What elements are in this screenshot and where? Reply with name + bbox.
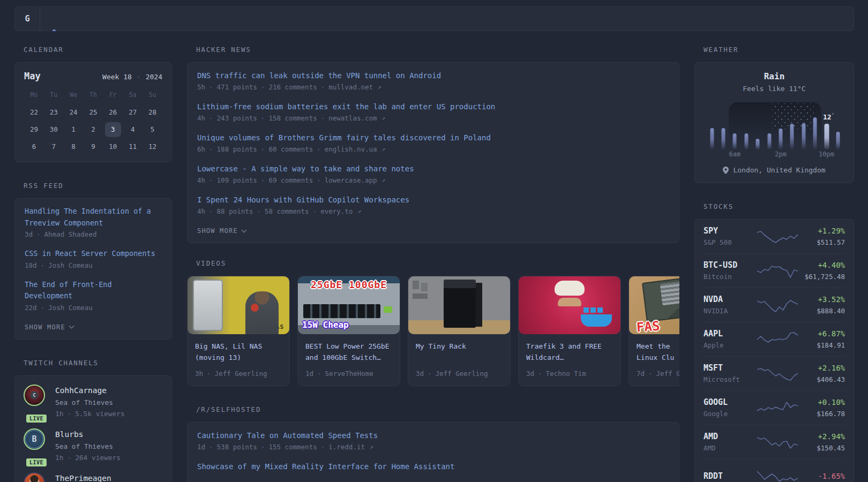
video-card[interactable]: My Tiny Rack 3d·Jeff Geerling <box>408 276 511 386</box>
dashboard-page: G CALENDAR May Week 18 · 2024 <box>14 6 854 482</box>
video-card-body: My Tiny Rack 3d·Jeff Geerling <box>408 334 510 386</box>
stock-values: +0.10% $166.78 <box>817 397 845 419</box>
weather-bar <box>744 133 748 149</box>
reddit-section-label: /R/SELFHOSTED <box>196 405 679 413</box>
stock-row[interactable]: MSFT Microsoft +2.16% $406.43 <box>704 357 845 391</box>
stock-price: $184.91 <box>817 341 845 350</box>
calendar-grid: MoTuWeThFrSaSu22232425262728293012345678… <box>24 89 162 155</box>
video-meta: 1d·ServeTheHome <box>305 368 392 379</box>
meta-domain[interactable]: mullvad.net <box>328 82 373 93</box>
hackernews-item-title[interactable]: Lithium-free sodium batteries exit the l… <box>197 101 669 112</box>
meta-age: 1d <box>197 442 205 453</box>
stock-row[interactable]: NVDA NVIDIA +3.52% $888.40 <box>704 288 845 322</box>
dot-separator: · <box>209 442 213 453</box>
stock-name: AMD <box>704 443 755 453</box>
calendar-year: 2024 <box>146 73 162 81</box>
dot-separator: · <box>36 229 41 240</box>
weather-bar <box>779 129 782 149</box>
meta-age: 3d <box>416 368 424 379</box>
stock-ticker: RDDT <box>704 471 755 481</box>
thumbnail-text-bottom: 15W Cheap <box>302 320 349 330</box>
meta-domain[interactable]: lowercase.app <box>325 175 377 186</box>
hackernews-item-meta: 5h·471 points·216 comments·mullvad.net↗ <box>197 82 669 93</box>
dot-separator: · <box>137 73 141 81</box>
stock-ticker: SPY <box>704 225 755 236</box>
stock-change: +1.29% <box>817 225 845 236</box>
stock-sparkline <box>757 332 798 348</box>
stock-info: MSFT Microsoft <box>704 363 755 385</box>
meta-domain[interactable]: newatlas.com <box>328 113 377 124</box>
thumbnail-corner-text: FAS <box>636 319 660 334</box>
weather-bar <box>767 133 771 149</box>
stock-row[interactable]: GOOGL Google +0.10% $166.78 <box>704 391 845 425</box>
stock-ticker: MSFT <box>704 363 755 373</box>
video-title: Meet the Linux Clu <box>637 341 679 363</box>
meta-age: 6h <box>197 144 205 155</box>
stock-price: $406.43 <box>817 375 845 385</box>
twitch-game-name: Sea of Thieves <box>55 397 125 408</box>
stock-price: $511.57 <box>817 238 845 247</box>
twitch-channel-row[interactable]: ThePrimeagen <box>24 472 163 482</box>
hackernews-item-meta: 6h·188 points·60 comments·english.nv.ua↗ <box>197 144 669 155</box>
dot-separator: · <box>67 453 71 463</box>
weather-condition: Rain <box>704 71 845 81</box>
rss-section: RSS FEED Handling The Indentation of a T… <box>14 182 172 340</box>
meta-domain[interactable]: every.to <box>320 206 353 217</box>
stock-row[interactable]: AMD AMD +2.94% $150.45 <box>704 425 845 460</box>
hackernews-item: DNS traffic can leak outside the VPN tun… <box>197 70 669 93</box>
stock-row[interactable]: BTC-USD Bitcoin +4.40% $61,725.48 <box>704 254 845 288</box>
rss-item-title[interactable]: Handling The Indentation of a Treeview C… <box>25 206 162 229</box>
weather-location: London, United Kingdom <box>733 166 825 174</box>
meta-age: 3d <box>25 229 33 240</box>
video-card[interactable]: 25GbE 100GbE 15W Cheap BEST Low Power 25… <box>297 276 400 386</box>
dot-separator: · <box>261 175 265 186</box>
stock-sparkline <box>757 469 798 482</box>
calendar-day: 11 <box>123 138 143 155</box>
twitch-card: LIVE CohhCarnage Sea of Thieves 1h·5.5k … <box>14 375 172 482</box>
weather-bar <box>836 132 840 149</box>
stock-price: $166.78 <box>817 409 845 419</box>
rss-item-title[interactable]: The End of Front-End Development <box>25 279 162 302</box>
rss-item-title[interactable]: CSS in React Server Components <box>25 248 162 260</box>
weather-feels-like: Feels like 11°C <box>704 85 845 93</box>
twitch-channel-row[interactable]: LIVE Blurbs Sea of Thieves 1h·264 viewer… <box>24 428 163 463</box>
external-link-icon: ↗ <box>382 113 386 124</box>
stock-name: Apple <box>704 341 755 350</box>
meta-domain[interactable]: i.redd.it <box>328 442 365 453</box>
stock-values: +1.29% $511.57 <box>817 225 845 247</box>
dot-separator: · <box>321 113 325 124</box>
rss-show-more-button[interactable]: SHOW MORE <box>25 323 73 331</box>
reddit-item-title[interactable]: Cautionary Tale on Automated Speed Tests <box>197 430 669 441</box>
stock-row[interactable]: SPY S&P 500 +1.29% $511.57 <box>704 220 845 254</box>
video-card-body: Meet the Linux Clu 7d·Jeff Geerling <box>629 334 679 386</box>
hackernews-item-meta: 4h·243 points·158 comments·newatlas.com↗ <box>197 113 669 124</box>
calendar-day: 30 <box>44 121 64 138</box>
thumbnail-badge-text: LIL NAS <box>256 323 284 330</box>
app-logo[interactable]: G <box>15 7 40 31</box>
right-column: WEATHER Rain Feels like 11°C 12° 6am2pm1… <box>694 46 854 482</box>
twitch-section: TWITCH CHANNELS LIVE CohhCarnage Sea of … <box>14 359 172 482</box>
meta-channel: Jeff Geerling <box>215 368 267 379</box>
hackernews-item-title[interactable]: DNS traffic can leak outside the VPN tun… <box>197 70 669 81</box>
reddit-item-title[interactable]: Showcase of my Mixed Reality Interface f… <box>197 461 669 472</box>
video-card[interactable]: FAS Meet the Linux Clu 7d·Jeff Geerling <box>628 276 679 386</box>
calendar-day: 5 <box>143 121 162 138</box>
stock-change: +4.40% <box>805 260 845 270</box>
stock-price: $61,725.48 <box>805 272 845 282</box>
hackernews-item-title[interactable]: Lowercase - A simple way to take and sha… <box>197 163 669 175</box>
hackernews-show-more-button[interactable]: SHOW MORE <box>197 227 246 235</box>
meta-domain[interactable]: english.nv.ua <box>325 144 377 155</box>
main-columns: CALENDAR May Week 18 · 2024 MoTuWeThFrSa… <box>14 46 854 482</box>
video-meta: 3h·Jeff Geerling <box>195 368 282 379</box>
weather-card: Rain Feels like 11°C 12° 6am2pm10pm Lond… <box>694 62 854 183</box>
video-card[interactable]: Traefik 3 and FREE Wildcard… 3d·Techno T… <box>518 276 621 386</box>
stock-values: +6.87% $184.91 <box>817 328 845 350</box>
twitch-channel-row[interactable]: LIVE CohhCarnage Sea of Thieves 1h·5.5k … <box>24 385 163 419</box>
hackernews-item-title[interactable]: Unique volumes of Brothers Grimm fairy t… <box>197 132 669 144</box>
video-card[interactable]: LIL NAS Big NAS, Lil NAS (moving 13) 3h·… <box>187 276 290 386</box>
stock-row[interactable]: AAPL Apple +6.87% $184.91 <box>704 322 845 357</box>
stock-row[interactable]: RDDT -1.65% <box>704 460 845 482</box>
hackernews-item-title[interactable]: I Spent 24 Hours with GitHub Copilot Wor… <box>197 194 669 206</box>
stocks-section-label: STOCKS <box>704 202 854 210</box>
calendar-weekday: Su <box>143 89 162 104</box>
